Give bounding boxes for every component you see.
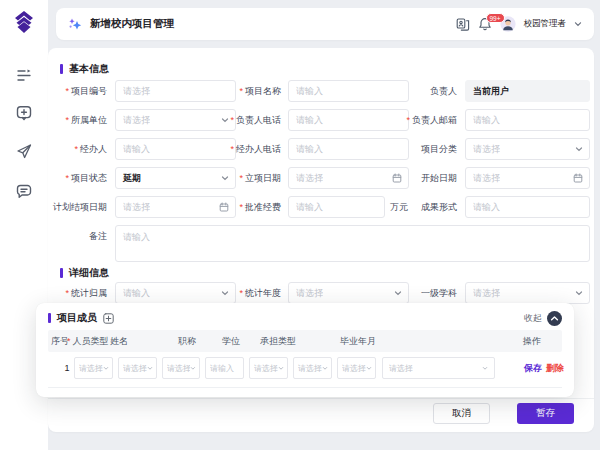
member-type-select[interactable]: 请选择 xyxy=(74,357,113,379)
notification-badge: 99+ xyxy=(486,13,505,23)
col-degree: 学位 xyxy=(222,330,240,352)
section-bar xyxy=(60,268,63,278)
col-undertake-type: 承担类型 xyxy=(260,330,296,352)
leader-email-label: 负责人邮箱 xyxy=(406,109,457,131)
leader-email-input[interactable] xyxy=(465,109,590,131)
discipline-label: 一级学科 xyxy=(421,282,457,304)
plan-end-date-picker[interactable]: 请选择 xyxy=(115,196,236,218)
col-name: 姓名 xyxy=(110,330,128,352)
section-bar xyxy=(48,313,51,323)
members-table-header: 序号 人员类型 姓名 职称 学位 承担类型 毕业年月 操作 xyxy=(48,330,562,352)
leader-field-disabled: 当前用户 xyxy=(465,80,590,102)
stat-belong-label: 统计归属 xyxy=(65,282,107,304)
stat-belong-placeholder: 请输入 xyxy=(123,287,150,300)
row-delete-link[interactable]: 删除 xyxy=(546,357,564,379)
chevron-down-icon xyxy=(394,289,402,297)
notifications-bell[interactable]: 99+ xyxy=(478,17,492,31)
category-select[interactable]: 请选择 xyxy=(465,138,590,160)
project-no-input[interactable] xyxy=(115,80,236,102)
select-placeholder: 请选择 xyxy=(254,363,278,374)
detail-section-header: 详细信息 xyxy=(60,266,109,280)
remark-textarea[interactable] xyxy=(115,225,590,262)
top-right-actions: 99+ 校园管理者 xyxy=(456,16,595,32)
discipline-placeholder: 请选择 xyxy=(473,287,500,300)
start-date-picker[interactable]: 请选择 xyxy=(465,167,590,189)
category-label: 项目分类 xyxy=(421,138,457,160)
category-placeholder: 请选择 xyxy=(473,143,500,156)
menu-list-icon[interactable] xyxy=(15,66,33,84)
result-form-label: 成果形式 xyxy=(421,196,457,218)
row-save-link[interactable]: 保存 xyxy=(524,357,542,379)
chevron-down-icon xyxy=(278,365,284,371)
col-actions: 操作 xyxy=(523,330,541,352)
leader-phone-input[interactable] xyxy=(288,109,409,131)
cancel-button[interactable]: 取消 xyxy=(433,403,490,424)
status-select[interactable]: 延期 xyxy=(115,167,236,189)
member-graduation-select[interactable]: 请选择 xyxy=(382,357,495,379)
row-divider xyxy=(48,387,562,388)
chevron-down-icon xyxy=(221,116,229,124)
members-panel: 项目成员 收起 序号 人员类型 姓名 职称 学位 承担类型 毕业年月 操作 1 … xyxy=(36,303,574,397)
discipline-select[interactable]: 请选择 xyxy=(465,282,590,304)
unit-placeholder: 请选择 xyxy=(123,114,150,127)
page-tab-icon xyxy=(68,17,82,31)
handler-label: 经办人 xyxy=(74,138,107,160)
add-member-icon[interactable] xyxy=(103,313,114,324)
footer-divider xyxy=(48,398,594,399)
project-name-input[interactable] xyxy=(288,80,409,102)
stat-belong-select[interactable]: 请输入 xyxy=(115,282,236,304)
approval-date-picker[interactable]: 请选择 xyxy=(288,167,409,189)
chevron-down-icon xyxy=(482,365,488,371)
stat-year-select[interactable]: 请选择 xyxy=(288,282,409,304)
collapse-label: 收起 xyxy=(524,312,542,325)
chevron-down-icon xyxy=(147,365,153,371)
save-draft-button[interactable]: 暂存 xyxy=(517,403,574,424)
result-form-input[interactable] xyxy=(465,196,590,218)
add-bubble-icon[interactable] xyxy=(15,104,33,122)
select-placeholder: 请选择 xyxy=(389,363,413,374)
leader-value: 当前用户 xyxy=(473,85,509,98)
chevron-down-icon xyxy=(575,289,583,297)
chevron-down-icon xyxy=(575,145,583,153)
col-graduation: 毕业年月 xyxy=(340,330,376,352)
chevron-down-icon xyxy=(221,289,229,297)
col-person-type: 人员类型 xyxy=(67,330,109,352)
handler-input[interactable] xyxy=(115,138,236,160)
col-title: 职称 xyxy=(178,330,196,352)
stat-year-placeholder: 请选择 xyxy=(296,287,323,300)
calendar-icon xyxy=(392,173,402,183)
member-title-select[interactable]: 请选择 xyxy=(162,357,200,379)
leader-phone-label: 负责人电话 xyxy=(230,109,281,131)
section-bar xyxy=(60,64,63,74)
collapse-toggle[interactable]: 收起 xyxy=(524,311,562,326)
member-name-select[interactable]: 请选择 xyxy=(118,357,157,379)
calendar-icon xyxy=(573,173,583,183)
send-icon[interactable] xyxy=(15,142,33,160)
budget-input[interactable] xyxy=(288,196,385,218)
handler-phone-input[interactable] xyxy=(288,138,409,160)
members-header: 项目成员 xyxy=(48,311,114,325)
member-field-select[interactable]: 请选择 xyxy=(293,357,332,379)
unit-select[interactable]: 请选择 xyxy=(115,109,236,131)
chevron-down-icon xyxy=(221,174,229,182)
member-degree-input[interactable] xyxy=(205,357,244,379)
contacts-icon[interactable] xyxy=(456,17,470,31)
chevron-down-icon xyxy=(366,365,372,371)
select-placeholder: 请选择 xyxy=(123,363,147,374)
page-title: 新增校内项目管理 xyxy=(90,17,174,31)
member-undertake-select[interactable]: 请选择 xyxy=(249,357,288,379)
leader-label: 负责人 xyxy=(430,80,457,102)
chat-icon[interactable] xyxy=(15,182,33,200)
member-field-select[interactable]: 请选择 xyxy=(337,357,376,379)
project-no-label: 项目编号 xyxy=(65,80,107,102)
start-date-placeholder: 请选择 xyxy=(473,172,500,185)
handler-phone-label: 经办人电话 xyxy=(230,138,281,160)
chevron-down-icon xyxy=(190,365,196,371)
select-placeholder: 请选择 xyxy=(298,363,322,374)
basic-section-header: 基本信息 xyxy=(60,62,109,76)
chevron-down-icon[interactable] xyxy=(574,20,582,28)
user-menu-label[interactable]: 校园管理者 xyxy=(524,18,567,30)
chevron-down-icon xyxy=(103,365,109,371)
status-value: 延期 xyxy=(123,172,141,185)
select-placeholder: 请选择 xyxy=(167,363,190,374)
